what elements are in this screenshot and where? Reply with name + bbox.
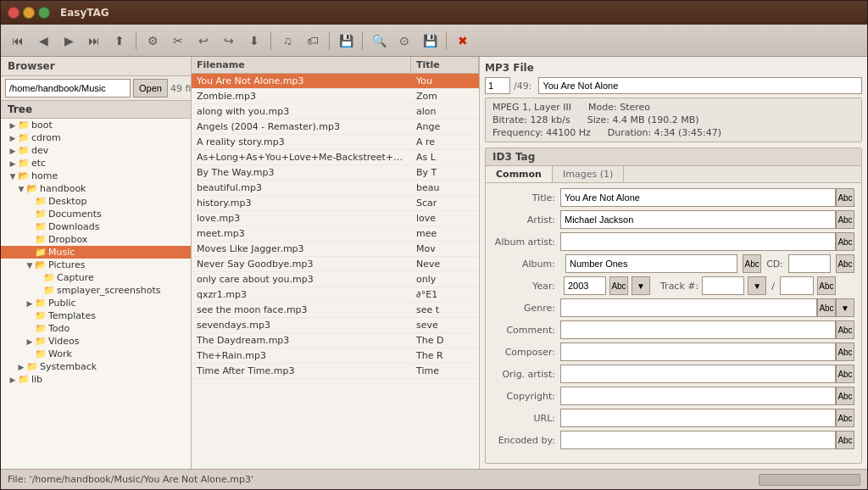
url-input[interactable] xyxy=(560,409,836,427)
title-input[interactable] xyxy=(560,188,836,207)
tab-images[interactable]: Images (1) xyxy=(553,166,624,182)
file-row-17[interactable]: The Daydream.mp3 The D xyxy=(192,333,479,348)
file-row-2[interactable]: along with you.mp3 alon xyxy=(192,104,479,120)
file-row-14[interactable]: qxzr1.mp3 ∂°E1 xyxy=(192,287,479,303)
toolbar-music-btn[interactable]: ♫ xyxy=(275,29,299,53)
toolbar-reload-btn[interactable]: ⊙ xyxy=(392,29,416,53)
artist-input[interactable] xyxy=(560,210,836,229)
toolbar-tag-btn[interactable]: 🏷 xyxy=(301,29,325,53)
genre-drop-btn[interactable]: ▼ xyxy=(836,298,854,317)
file-row-15[interactable]: see the moon face.mp3 see t xyxy=(192,303,479,318)
encoded-btn[interactable]: Abc xyxy=(836,431,854,449)
toolbar-save-btn[interactable]: 💾 xyxy=(418,29,442,53)
comment-btn[interactable]: Abc xyxy=(836,320,854,339)
cd-input[interactable] xyxy=(788,254,831,273)
track-total-input[interactable] xyxy=(780,276,814,295)
tree-item-systemback[interactable]: ▶ 📁 Systemback xyxy=(1,360,191,373)
file-row-11[interactable]: Moves Like Jagger.mp3 Mov xyxy=(192,242,479,257)
toolbar-redo-btn[interactable]: ↪ xyxy=(217,29,241,53)
file-row-7[interactable]: beautiful.mp3 beau xyxy=(192,181,479,196)
tree-item-home[interactable]: ▼ 📂 home xyxy=(1,170,191,182)
file-row-1[interactable]: Zombie.mp3 Zom xyxy=(192,89,479,104)
artist-btn[interactable]: Abc xyxy=(836,210,854,229)
tree-item-boot[interactable]: ▶ 📁 boot xyxy=(1,119,191,131)
tree-item-capture[interactable]: 📁 Capture xyxy=(1,271,191,284)
toolbar-close-btn[interactable]: ✖ xyxy=(451,29,475,53)
toolbar-down-btn[interactable]: ⬇ xyxy=(242,29,266,53)
minimize-button[interactable] xyxy=(23,7,35,19)
toolbar-prev-btn[interactable]: ◀ xyxy=(31,29,55,53)
file-row-12[interactable]: Never Say Goodbye.mp3 Neve xyxy=(192,257,479,272)
file-row-18[interactable]: The+Rain.mp3 The R xyxy=(192,348,479,364)
tree-item-cdrom[interactable]: ▶ 📁 cdrom xyxy=(1,131,191,144)
toolbar-cut-btn[interactable]: ✂ xyxy=(166,29,190,53)
file-row-10[interactable]: meet.mp3 mee xyxy=(192,226,479,242)
file-cell-title-4: A re xyxy=(411,135,479,149)
composer-btn[interactable]: Abc xyxy=(836,342,854,361)
file-row-6[interactable]: By The Way.mp3 By T xyxy=(192,165,479,181)
tree-item-lib[interactable]: ▶ 📁 lib xyxy=(1,373,191,386)
title-btn[interactable]: Abc xyxy=(836,188,854,207)
year-drop-btn[interactable]: ▼ xyxy=(632,276,650,295)
copyright-input[interactable] xyxy=(560,387,836,405)
album-btn[interactable]: Abc xyxy=(743,254,761,273)
file-row-16[interactable]: sevendays.mp3 seve xyxy=(192,318,479,333)
file-row-9[interactable]: love.mp3 love xyxy=(192,211,479,226)
path-input[interactable] xyxy=(5,79,131,97)
maximize-button[interactable] xyxy=(38,7,50,19)
close-button[interactable] xyxy=(8,7,19,19)
tree-item-templates[interactable]: 📁 Templates xyxy=(1,309,191,322)
open-button[interactable]: Open xyxy=(133,79,168,97)
file-row-0[interactable]: You Are Not Alone.mp3 You xyxy=(192,74,479,89)
album-artist-input[interactable] xyxy=(560,232,836,251)
track-total-btn[interactable]: Abc xyxy=(817,276,836,295)
toolbar-first-btn[interactable]: ⏮ xyxy=(6,29,30,53)
file-row-5[interactable]: As+Long+As+You+Love+Me-Backstreet+Boys-1… xyxy=(192,150,479,165)
tree-item-music[interactable]: 📁 Music xyxy=(1,246,191,259)
comment-input[interactable] xyxy=(560,320,836,339)
tree-item-pictures[interactable]: ▼ 📂 Pictures xyxy=(1,259,191,271)
toolbar-settings-btn[interactable]: ⚙ xyxy=(141,29,164,53)
counter-input[interactable] xyxy=(485,77,510,94)
toolbar-scan-btn[interactable]: ⬆ xyxy=(108,29,131,53)
file-row-4[interactable]: A reality story.mp3 A re xyxy=(192,135,479,150)
tree-item-documents[interactable]: 📁 Documents xyxy=(1,208,191,220)
copyright-btn[interactable]: Abc xyxy=(836,387,854,405)
track-input[interactable] xyxy=(702,276,744,295)
tree-item-public[interactable]: ▶ 📁 Public xyxy=(1,297,191,309)
toolbar-save-all-btn[interactable]: 💾 xyxy=(334,29,358,53)
tree-item-handbook[interactable]: ▼ 📂 handbook xyxy=(1,182,191,195)
year-btn[interactable]: Abc xyxy=(609,276,628,295)
toolbar-last-btn[interactable]: ⏭ xyxy=(82,29,106,53)
tree-item-videos[interactable]: ▶ 📁 Videos xyxy=(1,335,191,348)
album-input[interactable] xyxy=(565,254,737,273)
orig-artist-input[interactable] xyxy=(560,365,836,383)
file-row-19[interactable]: Time After Time.mp3 Time xyxy=(192,364,479,379)
cd-btn[interactable]: Abc xyxy=(836,254,854,273)
url-btn[interactable]: Abc xyxy=(836,409,854,427)
tree-item-downloads[interactable]: 📁 Downloads xyxy=(1,220,191,233)
file-row-8[interactable]: history.mp3 Scar xyxy=(192,196,479,211)
year-input[interactable] xyxy=(564,276,606,295)
track-drop-btn[interactable]: ▼ xyxy=(748,276,766,295)
tree-item-todo[interactable]: 📁 Todo xyxy=(1,322,191,335)
album-artist-btn[interactable]: Abc xyxy=(836,232,854,251)
tree-item-smplayer[interactable]: 📁 smplayer_screenshots xyxy=(1,284,191,297)
toolbar-next-btn[interactable]: ▶ xyxy=(57,29,81,53)
tree-item-etc[interactable]: ▶ 📁 etc xyxy=(1,157,191,170)
encoded-input[interactable] xyxy=(560,431,836,449)
file-name-input[interactable] xyxy=(538,77,862,94)
tree-item-dev[interactable]: ▶ 📁 dev xyxy=(1,144,191,157)
toolbar-search-btn[interactable]: 🔍 xyxy=(367,29,391,53)
toolbar-undo-btn[interactable]: ↩ xyxy=(192,29,215,53)
file-row-3[interactable]: Angels (2004 - Remaster).mp3 Ange xyxy=(192,120,479,135)
tab-common[interactable]: Common xyxy=(486,166,553,182)
composer-input[interactable] xyxy=(560,342,836,361)
file-row-13[interactable]: only care about you.mp3 only xyxy=(192,272,479,287)
genre-abc-btn[interactable]: Abc xyxy=(817,298,836,317)
tree-item-desktop[interactable]: 📁 Desktop xyxy=(1,195,191,208)
tree-item-dropbox[interactable]: 📁 Dropbox xyxy=(1,233,191,246)
tree-item-work[interactable]: 📁 Work xyxy=(1,348,191,360)
genre-input[interactable] xyxy=(560,298,817,317)
orig-artist-btn[interactable]: Abc xyxy=(836,365,854,383)
